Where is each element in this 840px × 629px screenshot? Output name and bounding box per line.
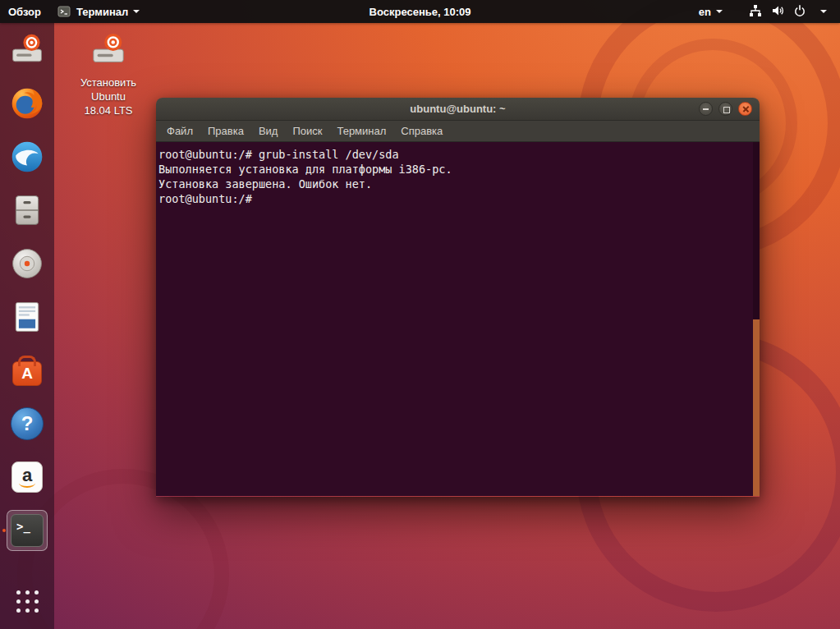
menu-view[interactable]: Вид	[251, 125, 286, 137]
installer-desktop-shortcut[interactable]: Установить Ubuntu 18.04 LTS	[77, 31, 140, 117]
top-bar-left: Обзор Терминал	[0, 0, 148, 23]
top-bar: Обзор Терминал Воскресенье, 10:09 en	[0, 0, 840, 23]
window-controls	[699, 102, 760, 116]
dock-item-amazon[interactable]: a	[7, 457, 48, 498]
ubuntu-software-icon: A	[12, 361, 42, 386]
dock-item-ubuntu-installer[interactable]	[7, 30, 48, 71]
menu-terminal[interactable]: Терминал	[329, 125, 393, 137]
dock-item-terminal[interactable]: >_	[7, 510, 48, 551]
terminal-prompt-glyph: >_	[16, 520, 30, 533]
system-status-area[interactable]	[731, 0, 835, 23]
app-menu-label: Терминал	[76, 6, 128, 18]
installer-shortcut-label: Установить Ubuntu 18.04 LTS	[77, 76, 140, 117]
libreoffice-writer-icon	[9, 299, 45, 335]
software-letter: A	[21, 365, 33, 383]
menu-search[interactable]: Поиск	[285, 125, 329, 137]
show-applications-button[interactable]	[9, 583, 45, 619]
scrollbar-thumb[interactable]	[753, 319, 760, 497]
ubuntu-installer-icon	[90, 57, 127, 71]
activities-button[interactable]: Обзор	[0, 0, 49, 23]
power-icon	[793, 4, 806, 20]
help-icon: ?	[11, 407, 44, 440]
rhythmbox-icon	[9, 246, 45, 282]
network-icon	[749, 4, 762, 20]
chevron-down-icon	[820, 10, 827, 13]
terminal-window: ubuntu@ubuntu: ~ Файл Правка Вид Поиск Т…	[156, 98, 760, 497]
app-grid-icon	[16, 590, 39, 613]
top-bar-right: en	[691, 0, 840, 23]
window-title: ubuntu@ubuntu: ~	[156, 103, 760, 115]
dock: A ? a >_	[0, 23, 54, 629]
menu-file[interactable]: Файл	[159, 125, 200, 137]
dock-item-help[interactable]: ?	[7, 403, 48, 444]
terminal-icon: >_	[11, 514, 44, 547]
menu-edit[interactable]: Правка	[200, 125, 251, 137]
dock-item-rhythmbox[interactable]	[7, 243, 48, 284]
terminal-app-icon	[57, 5, 71, 18]
scrollbar-track[interactable]	[753, 142, 760, 496]
dock-item-firefox[interactable]	[7, 83, 48, 124]
keyboard-layout-indicator[interactable]: en	[691, 0, 731, 23]
dock-item-libreoffice-writer[interactable]	[7, 296, 48, 337]
files-icon	[9, 192, 45, 228]
maximize-button[interactable]	[718, 102, 732, 116]
terminal-content[interactable]: root@ubuntu:/# grub-install /dev/sda Вып…	[156, 142, 760, 496]
firefox-icon	[9, 85, 45, 122]
terminal-line: Установка завершена. Ошибок нет.	[158, 177, 750, 191]
keyboard-layout-label: en	[699, 6, 711, 18]
terminal-line: root@ubuntu:/#	[158, 191, 750, 206]
volume-icon	[771, 4, 784, 20]
amazon-letter: a	[22, 467, 32, 484]
menu-help[interactable]: Справка	[393, 125, 450, 137]
chevron-down-icon	[716, 10, 723, 13]
dock-item-thunderbird[interactable]	[7, 136, 48, 177]
terminal-line: Выполняется установка для платформы i386…	[158, 162, 750, 177]
close-button[interactable]	[738, 102, 752, 116]
ubuntu-installer-icon	[9, 32, 45, 68]
amazon-icon: a	[11, 461, 43, 493]
amazon-smile-arrow	[19, 482, 35, 488]
chevron-down-icon	[133, 10, 140, 13]
app-menu-button[interactable]: Терминал	[49, 0, 148, 23]
window-menubar: Файл Правка Вид Поиск Терминал Справка	[156, 121, 760, 142]
dock-item-ubuntu-software[interactable]: A	[7, 350, 48, 391]
window-titlebar[interactable]: ubuntu@ubuntu: ~	[156, 98, 760, 121]
running-indicator-dot	[2, 529, 6, 532]
minimize-button[interactable]	[699, 102, 713, 116]
clock-button[interactable]: Воскресенье, 10:09	[361, 0, 480, 23]
dock-item-files[interactable]	[7, 190, 48, 231]
thunderbird-icon	[9, 139, 45, 175]
terminal-line: root@ubuntu:/# grub-install /dev/sda	[158, 147, 750, 162]
help-question-mark: ?	[21, 412, 34, 435]
